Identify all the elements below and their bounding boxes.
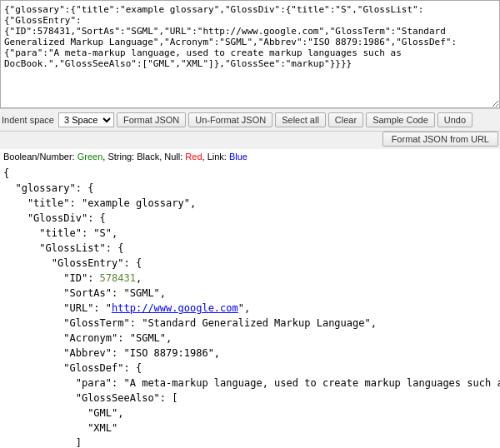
format-from-url-button[interactable]: Format JSON from URL — [382, 132, 498, 147]
json-output: { "glossary": { "title": "example glossa… — [0, 164, 500, 448]
undo-button[interactable]: Undo — [438, 112, 472, 127]
json-line: "XML" — [3, 421, 497, 436]
string-color: Black — [137, 152, 159, 162]
json-line: "URL": "http://www.google.com", — [3, 301, 497, 316]
json-line: "GlossDiv": { — [3, 211, 497, 226]
json-line: "title": "S", — [3, 226, 497, 241]
null-color: Red — [185, 152, 202, 162]
json-line: "GML", — [3, 406, 497, 421]
json-line: { — [3, 166, 497, 181]
sample-code-button[interactable]: Sample Code — [366, 112, 435, 127]
link-color: Blue — [229, 152, 248, 162]
url-link[interactable]: http://www.google.com — [112, 302, 238, 314]
legend: Boolean/Number: Green, String: Black, Nu… — [0, 149, 500, 164]
select-all-button[interactable]: Select all — [275, 112, 326, 127]
indent-select[interactable]: 3 Space 2 Space 4 Space Tab — [58, 112, 114, 127]
json-line: "title": "example glossary", — [3, 196, 497, 211]
json-line: "GlossEntry": { — [3, 256, 497, 271]
unformat-json-button[interactable]: Un-Format JSON — [188, 112, 272, 127]
json-line: "SortAs": "SGML", — [3, 286, 497, 301]
link-label: Link: — [208, 152, 227, 162]
clear-button[interactable]: Clear — [328, 112, 363, 127]
null-label: Null: — [164, 152, 182, 162]
string-label: String: — [108, 152, 134, 162]
json-line: "Abbrev": "ISO 8879:1986", — [3, 346, 497, 361]
json-line: "ID": 578431, — [3, 271, 497, 286]
json-line: "glossary": { — [3, 181, 497, 196]
json-line: "GlossTerm": "Standard Generalized Marku… — [3, 316, 497, 331]
boolean-label: Boolean/Number: — [3, 152, 75, 162]
json-line: "GlossDef": { — [3, 361, 497, 376]
format-json-button[interactable]: Format JSON — [117, 112, 186, 127]
toolbar: Indent space 3 Space 2 Space 4 Space Tab… — [0, 108, 500, 132]
json-line: ] — [3, 436, 497, 448]
json-line: "Acronym": "SGML", — [3, 331, 497, 346]
boolean-color: Green — [78, 152, 103, 162]
json-input[interactable]: {"glossary":{"title":"example glossary",… — [0, 0, 500, 108]
app: {"glossary":{"title":"example glossary",… — [0, 0, 500, 448]
indent-label: Indent space — [2, 115, 54, 125]
json-line: "para": "A meta-markup language, used to… — [3, 376, 497, 391]
json-line: "GlossSeeAlso": [ — [3, 391, 497, 406]
toolbar-row2: Format JSON from URL — [0, 132, 500, 149]
json-line: "GlossList": { — [3, 241, 497, 256]
